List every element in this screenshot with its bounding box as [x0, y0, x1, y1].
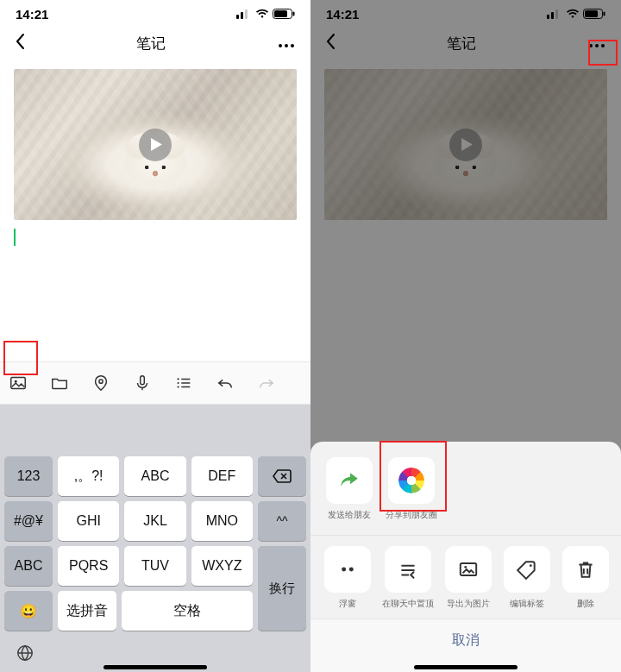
status-time: 14:21 [16, 7, 48, 22]
ime-candidate-bar[interactable] [0, 405, 310, 452]
action-export-image[interactable]: 导出为图片 [445, 546, 492, 610]
undo-icon[interactable] [214, 372, 236, 394]
home-indicator [104, 665, 207, 669]
key-pqrs[interactable]: PQRS [58, 546, 119, 586]
folder-icon[interactable] [48, 372, 71, 394]
svg-point-31 [530, 564, 532, 567]
list-icon[interactable] [172, 372, 195, 394]
key-jkl[interactable]: JKL [124, 501, 185, 541]
status-bar: 14:21 [0, 0, 310, 24]
nav-header: 笔记 [0, 24, 310, 62]
back-button[interactable] [10, 29, 29, 57]
page-title: 笔记 [136, 34, 166, 53]
svg-point-7 [279, 44, 282, 47]
key-ghi[interactable]: GHI [58, 501, 119, 541]
key-wxyz[interactable]: WXYZ [191, 546, 253, 586]
svg-rect-2 [245, 9, 248, 19]
moments-icon [398, 468, 424, 493]
svg-point-28 [349, 568, 354, 572]
svg-point-9 [291, 44, 294, 47]
action-sheet: 发送给朋友 分享到朋友圈 浮窗 在聊天中置顶 [310, 442, 621, 672]
svg-point-14 [177, 378, 179, 380]
share-send-friend[interactable]: 发送给朋友 [324, 457, 374, 521]
note-content[interactable] [0, 62, 310, 246]
location-icon[interactable] [90, 372, 112, 394]
key-123[interactable]: 123 [4, 456, 53, 496]
key-tuv[interactable]: TUV [124, 546, 185, 586]
key-caret[interactable]: ^^ [258, 501, 306, 541]
action-delete[interactable]: 删除 [562, 546, 609, 610]
key-abc2[interactable]: ABC [124, 456, 185, 496]
video-thumbnail[interactable] [14, 69, 297, 220]
key-backspace[interactable] [258, 456, 306, 496]
action-float[interactable]: 浮窗 [324, 546, 371, 610]
action-row: 浮窗 在聊天中置顶 导出为图片 编辑标签 删除 [310, 543, 621, 619]
svg-rect-29 [461, 563, 476, 575]
key-punct[interactable]: ,。?! [58, 456, 119, 496]
action-pin[interactable]: 在聊天中置顶 [383, 546, 433, 610]
svg-rect-0 [236, 15, 239, 19]
svg-rect-5 [274, 10, 287, 17]
action-edit-tag[interactable]: 编辑标签 [504, 546, 550, 610]
home-indicator [414, 665, 518, 669]
svg-point-8 [285, 44, 288, 47]
svg-rect-6 [293, 12, 295, 16]
svg-rect-10 [11, 378, 26, 389]
svg-point-12 [99, 380, 103, 383]
svg-point-27 [342, 568, 346, 572]
svg-rect-1 [241, 12, 243, 19]
cancel-button[interactable]: 取消 [310, 619, 621, 672]
svg-point-16 [177, 386, 179, 387]
svg-point-15 [177, 382, 179, 384]
key-sym[interactable]: #@¥ [4, 501, 53, 541]
play-icon[interactable] [139, 129, 172, 161]
key-emoji[interactable]: 😀 [4, 591, 53, 631]
key-newline[interactable]: 换行 [258, 546, 306, 631]
svg-rect-13 [141, 376, 145, 385]
share-row: 发送给朋友 分享到朋友圈 [310, 454, 621, 536]
voice-icon[interactable] [131, 372, 154, 394]
redo-icon [255, 372, 278, 394]
share-moments[interactable]: 分享到朋友圈 [386, 457, 436, 521]
image-icon[interactable] [7, 372, 29, 394]
status-indicators [236, 9, 295, 19]
key-mno[interactable]: MNO [191, 501, 253, 541]
key-def[interactable]: DEF [191, 456, 253, 496]
editor-toolbar [0, 361, 310, 405]
text-cursor [14, 229, 16, 246]
key-select-pinyin[interactable]: 选拼音 [58, 591, 116, 631]
svg-point-30 [464, 566, 467, 568]
key-space[interactable]: 空格 [122, 591, 253, 631]
keyboard[interactable]: 123 #@¥ ABC 😀 ,。?! ABC DEF GHI JKL MNO [0, 452, 310, 634]
more-button[interactable] [273, 31, 300, 56]
key-abc[interactable]: ABC [4, 546, 53, 586]
